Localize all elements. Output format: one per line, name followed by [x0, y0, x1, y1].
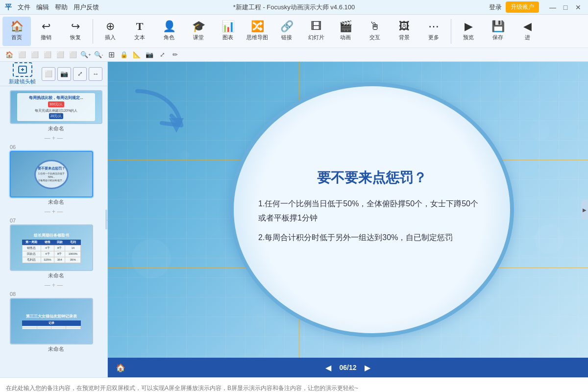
slide-title: 要不要来点惩罚？	[317, 169, 427, 187]
ab-edit-btn[interactable]: ✏	[170, 49, 180, 60]
sidebar-camera-btn[interactable]: 📷	[57, 67, 71, 81]
slide-separator-05-06[interactable]: — + —	[0, 133, 107, 143]
add-frame-svg	[18, 65, 27, 74]
toolbar-bg[interactable]: 🖼 背景	[390, 17, 418, 46]
preview-icon: ▶	[465, 21, 473, 32]
slide-item-05[interactable]: 每周挑战比较，每周达到规定... 300元/人 每天完成比例超过120%的人 2…	[0, 88, 107, 133]
toolbar-role[interactable]: 👤 角色	[155, 17, 183, 46]
notes-input[interactable]	[6, 384, 582, 392]
right-panel-collapse-btn[interactable]: ▶	[581, 200, 588, 220]
maximize-button[interactable]: □	[561, 3, 570, 11]
new-frame-button[interactable]: 新建镜头帧	[5, 62, 40, 87]
ab-expand-btn[interactable]: ⤢	[157, 49, 168, 60]
ab-screenshot-btn[interactable]: 📷	[144, 49, 155, 60]
toolbar-mindmap-label: 思维导图	[246, 34, 268, 41]
nav-icon: ◀	[523, 21, 532, 32]
close-button[interactable]: ✕	[573, 3, 583, 11]
toolbar-redo[interactable]: ↪ 恢复	[61, 17, 90, 46]
toolbar-nav[interactable]: ◀ 进	[513, 17, 541, 46]
toolbar-home-label: 首页	[11, 34, 22, 41]
ab-zoom-in-btn[interactable]: 🔍+	[80, 49, 91, 60]
home-icon: 🏠	[10, 21, 24, 32]
toolbar-undo[interactable]: ↩ 撤销	[32, 17, 60, 46]
notes-area: ⤢	[0, 377, 588, 392]
slide-thumb-content-08: 第三三大女猫仙友惩钟记录表 记录	[11, 299, 92, 343]
titlebar-left: 平 文件 编辑 帮助 用户反馈	[5, 3, 99, 12]
toolbar-link[interactable]: 🔗 链接	[272, 17, 301, 46]
toolbar-interact[interactable]: 🖱 交互	[361, 17, 389, 46]
ab-frame4-btn[interactable]: ⬜	[55, 49, 66, 60]
nav-prev-btn[interactable]: ◀	[321, 361, 335, 374]
toolbar-more-label: 更多	[428, 34, 439, 41]
ab-align-btn[interactable]: 📐	[131, 49, 142, 60]
canvas[interactable]: 要不要来点惩罚？ 1.任何一个比例当日低于50%，全体俯卧撑50个，女士下蹲50…	[108, 62, 588, 358]
toolbar-preview-label: 预览	[463, 34, 474, 41]
slide-item-07[interactable]: 07 组长周期任务领取书 第一周期销售回款毛利 销售总4千8千14 回款总4千8…	[0, 217, 107, 280]
redo-icon: ↪	[71, 21, 80, 32]
toolbar-chart[interactable]: 📊 图表	[214, 17, 242, 46]
separator-icon-2: — + —	[45, 208, 63, 215]
ab-zoom-out-btn[interactable]: 🔍-	[93, 49, 104, 60]
slide-point-1: 1.任何一个比例当日低于50%，全体俯卧撑50个，女士下蹲50个或者平板撑1分钟	[258, 197, 486, 225]
ab-frame2-btn[interactable]: ⬜	[29, 49, 40, 60]
slide-thumb-circle-06: 要不要来点惩罚？ 1.任何一个比例当日低于50%... 2.每周合计积分时低于.…	[34, 160, 69, 189]
toolbar-more[interactable]: ⋯ 更多	[419, 17, 448, 46]
slide-separator-06-07[interactable]: — + —	[0, 207, 107, 217]
ab-frame3-btn[interactable]: ⬜	[42, 49, 53, 60]
separator-icon-3: — + —	[45, 282, 63, 289]
menu-file[interactable]: 文件	[18, 3, 30, 12]
ab-grid-btn[interactable]: ⊞	[106, 49, 117, 60]
slide-item-06[interactable]: 06 要不要来点惩罚？ 1.任何一个比例当日低于50%... 2.每周合计积分时…	[0, 143, 107, 207]
toolbar-role-label: 角色	[164, 34, 174, 41]
slide-thumb-content-05: 每周挑战比较，每周达到规定... 300元/人 每天完成比例超过120%的人 2…	[11, 91, 101, 123]
login-button[interactable]: 登录	[489, 3, 502, 12]
titlebar: 平 文件 编辑 帮助 用户反馈 *新建工程 - Focusky动画演示大师 v4…	[0, 0, 588, 15]
toolbar-save[interactable]: 💾 保存	[484, 17, 512, 46]
nav-home-btn[interactable]: 🏠	[114, 361, 127, 374]
new-frame-icon	[13, 62, 32, 77]
toolbar-bg-label: 背景	[399, 34, 410, 41]
toolbar-redo-label: 恢复	[70, 34, 81, 41]
sidebar-header: 新建镜头帧 ⬜ 📷 ⤢ ↔	[0, 62, 107, 86]
new-frame-label: 新建镜头帧	[9, 78, 36, 85]
toolbar-text[interactable]: T 文本	[125, 17, 154, 46]
ab-home-btn[interactable]: 🏠	[4, 49, 15, 60]
toolbar-home[interactable]: 🏠 首页	[2, 17, 31, 46]
minimize-button[interactable]: —	[548, 3, 558, 11]
slide-item-08[interactable]: 08 第三三大女猫仙友惩钟记录表 记录	[0, 290, 107, 354]
slide-label-05: 未命名	[10, 125, 102, 132]
slide-num-07: 07	[10, 218, 102, 223]
slide-thumb-07[interactable]: 组长周期任务领取书 第一周期销售回款毛利 销售总4千8千14 回款总4千8千10…	[10, 224, 93, 271]
toolbar-slide[interactable]: 🎞 幻灯片	[302, 17, 330, 46]
ab-frame5-btn[interactable]: ⬜	[68, 49, 78, 60]
decorative-arrow	[127, 86, 186, 145]
toolbar-mindmap[interactable]: 🔀 思维导图	[243, 17, 271, 46]
toolbar-class[interactable]: 🎓 课堂	[184, 17, 213, 46]
toolbar-insert[interactable]: ⊕ 插入	[96, 17, 124, 46]
slide-thumb-08[interactable]: 第三三大女猫仙友惩钟记录表 记录	[10, 298, 93, 344]
nav-next-btn[interactable]: ▶	[361, 361, 374, 374]
menu-edit[interactable]: 编辑	[36, 3, 49, 12]
ab-frame1-btn[interactable]: ⬜	[17, 49, 27, 60]
toolbar-preview[interactable]: ▶ 预览	[454, 17, 483, 46]
app-logo: 平	[5, 3, 12, 12]
slide-thumb-05[interactable]: 每周挑战比较，每周达到规定... 300元/人 每天完成比例超过120%的人 2…	[10, 90, 102, 124]
nav-center: ◀ 06/12 ▶	[321, 361, 374, 374]
upgrade-button[interactable]: 升级账户	[506, 1, 539, 13]
toolbar-text-label: 文本	[134, 34, 145, 41]
sidebar-resize-btn[interactable]: ⤢	[73, 67, 87, 81]
ab-lock-btn[interactable]: 🔒	[119, 49, 129, 60]
slide-thumb-06[interactable]: 要不要来点惩罚？ 1.任何一个比例当日低于50%... 2.每周合计积分时低于.…	[10, 151, 93, 197]
sidebar-move-btn[interactable]: ↔	[89, 67, 102, 81]
role-icon: 👤	[163, 21, 176, 32]
insert-icon: ⊕	[106, 21, 115, 32]
actionbar: 🏠 ⬜ ⬜ ⬜ ⬜ ⬜ 🔍+ 🔍- ⊞ 🔒 📐 📷 ⤢ ✏	[0, 48, 588, 62]
sidebar-copy-btn[interactable]: ⬜	[42, 67, 55, 81]
slide-separator-07-08[interactable]: — + —	[0, 280, 107, 290]
menu-feedback[interactable]: 用户反馈	[74, 3, 99, 12]
toolbar: 🏠 首页 ↩ 撤销 ↪ 恢复 ⊕ 插入 T 文本 👤 角色 🎓 课堂 📊 图表 …	[0, 15, 588, 48]
save-icon: 💾	[491, 21, 505, 32]
menu-help[interactable]: 帮助	[55, 3, 68, 12]
toolbar-divider-2	[451, 19, 451, 44]
toolbar-animate[interactable]: 🎬 动画	[331, 17, 360, 46]
